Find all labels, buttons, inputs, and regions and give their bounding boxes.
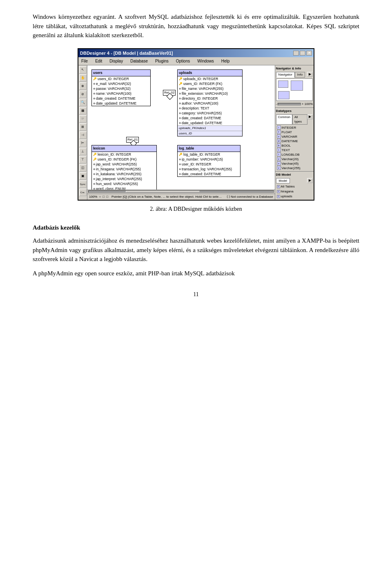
tab-info[interactable]: Info bbox=[295, 72, 305, 78]
tab-alltypes[interactable]: All types bbox=[292, 114, 307, 125]
navigator-tabs: Navigator Info ▶ bbox=[276, 72, 313, 78]
table-uploads-row-7: ◆description: TEXT bbox=[178, 106, 242, 111]
dt-varchar255-icon: v bbox=[277, 166, 281, 170]
tab-model[interactable]: Model bbox=[276, 178, 290, 183]
field-icon: ◆ bbox=[179, 116, 181, 121]
menu-display[interactable]: Display bbox=[108, 58, 124, 65]
dt-varchar45-icon: v bbox=[277, 161, 281, 165]
datatypes-tabs: Common All types ▶ bbox=[276, 114, 313, 125]
field-icon: ◆ bbox=[179, 106, 181, 111]
maximize-btn[interactable]: □ bbox=[300, 51, 305, 56]
table-lexicon-row-6: ◆jap_interpret: VARCHAR(255) bbox=[92, 176, 156, 181]
field-icon: ◆ bbox=[179, 172, 181, 176]
table-log-row-1: 🔑log_table_ID: INTEGER bbox=[178, 152, 240, 157]
tool-hand[interactable]: ✋ bbox=[79, 74, 87, 82]
table-uploads-row-5: ◆directory_ID: INTEGER bbox=[178, 96, 242, 101]
fk-icon: 🔑 bbox=[179, 81, 183, 86]
table-uploads-index1: uploads_FKIndex1 bbox=[178, 125, 242, 131]
figure-container: DBDesigner 4 - [DB Model | dataBaseVer01… bbox=[33, 48, 359, 213]
body-paragraph-1: Adatbázisunk adminisztrációjához és mene… bbox=[33, 236, 359, 264]
table-uploads-row-10: ◆date_updated: DATETIME bbox=[178, 121, 242, 125]
menu-help[interactable]: Help bbox=[220, 58, 231, 65]
table-log-row-4: ◆transaction_log: VARCHAR(255) bbox=[178, 167, 240, 172]
minimize-btn[interactable]: _ bbox=[293, 51, 299, 56]
table-uploads-row-6: ◆author: VARCHAR(100) bbox=[178, 101, 242, 106]
tool-add[interactable]: ⊕ bbox=[79, 83, 87, 90]
table-lexicon-row-8: ◆word_class: ENUM bbox=[92, 186, 156, 190]
field-icon: ◆ bbox=[93, 96, 95, 101]
tab-common[interactable]: Common bbox=[276, 114, 292, 125]
zoom-minus[interactable]: - bbox=[276, 102, 277, 107]
tool-pan[interactable]: ☞ bbox=[79, 115, 87, 123]
model-table-icon: T bbox=[277, 185, 280, 188]
tool-r2[interactable]: ⊢ bbox=[79, 140, 87, 147]
model-uploads-icon: T bbox=[277, 195, 280, 198]
field-icon: ◆ bbox=[93, 162, 95, 167]
close-btn[interactable]: ✕ bbox=[306, 51, 312, 56]
model-expand-btn[interactable]: ▶ bbox=[307, 178, 313, 183]
pk-icon: 🔑 bbox=[179, 152, 183, 157]
main-area: ↖ ✋ ⊕ ⊘ 🔍 ▦ ☞ ⊞ ⊣ ⊢ ⊥ ⊤ ◫ ▣ Sync Cre. bbox=[78, 65, 314, 200]
zoom-bar: - + 100% bbox=[276, 102, 313, 107]
dt-bool-icon: b bbox=[277, 143, 281, 147]
tool-zoom[interactable]: 🔍 bbox=[79, 99, 87, 106]
nav-mini-uploads bbox=[291, 80, 303, 91]
status-icon-2: □ bbox=[102, 194, 105, 199]
nav-mini-users bbox=[278, 80, 288, 88]
dt-expand-btn[interactable]: ▶ bbox=[307, 114, 313, 119]
menu-database[interactable]: Database bbox=[129, 58, 149, 65]
right-panel: Navigator & Info Navigator Info ▶ - bbox=[275, 65, 314, 200]
dt-float-icon: f bbox=[277, 130, 281, 134]
menu-plugins[interactable]: Plugins bbox=[154, 58, 170, 65]
navigator-title: Navigator & Info bbox=[276, 66, 313, 71]
dt-datetime: dDATETIME bbox=[276, 139, 313, 143]
tool-r4[interactable]: ⊤ bbox=[79, 156, 87, 163]
figure-caption: 2. ábra: A DBDesigner működés közben bbox=[33, 205, 359, 213]
nav-mini-lexicon bbox=[278, 91, 290, 99]
menu-edit[interactable]: Edit bbox=[94, 58, 103, 65]
section-heading: Adatbázis kezelők bbox=[33, 223, 359, 232]
tool-link[interactable]: ⊘ bbox=[79, 91, 87, 98]
zoom-plus[interactable]: + bbox=[302, 102, 304, 107]
tool-r3[interactable]: ⊥ bbox=[79, 148, 87, 155]
tool-r6[interactable]: ▣ bbox=[79, 172, 87, 180]
nav-expand-btn[interactable]: ▶ bbox=[307, 72, 313, 77]
table-uploads-row-9: ◆date_created: DATETIME bbox=[178, 116, 242, 121]
tool-grid[interactable]: ▦ bbox=[79, 107, 87, 114]
tool-pointer[interactable]: ↖ bbox=[79, 66, 87, 74]
table-users-row-2: ◆e_mail: VARCHAR(32) bbox=[92, 81, 150, 86]
field-icon: ◆ bbox=[179, 101, 181, 106]
datatypes-title: Datatypes bbox=[276, 109, 313, 114]
status-message: Pointer [Q] (Click on a Table, Note, ...… bbox=[111, 194, 223, 199]
tool-sync[interactable]: Sync bbox=[79, 181, 87, 188]
dt-varchar45: vVarchar(45) bbox=[276, 161, 313, 166]
tool-r1[interactable]: ⊣ bbox=[79, 132, 87, 139]
menu-options[interactable]: Options bbox=[175, 58, 191, 65]
table-lexicon-row-1: 🔑lexicon_ID: INTEGER bbox=[92, 152, 156, 157]
table-uploads-row-8: ◆category: VARCHAR(255) bbox=[178, 111, 242, 116]
zoom-value: 100% bbox=[305, 102, 313, 107]
table-users-header: users bbox=[92, 70, 150, 76]
status-bar-left: 100% ○ □ □ bbox=[89, 194, 108, 199]
canvas-area[interactable]: users 🔑users_ID: INTEGER ◆e_mail: VARCHA… bbox=[87, 65, 275, 190]
tool-cre[interactable]: Cre. bbox=[79, 189, 87, 196]
zoom-slider[interactable] bbox=[278, 103, 301, 105]
dt-datetime-icon: d bbox=[277, 139, 281, 143]
status-icon-1: ○ bbox=[99, 194, 101, 199]
menu-windows[interactable]: Windows bbox=[196, 58, 215, 65]
horizontal-scrollbar[interactable] bbox=[87, 190, 275, 194]
tab-navigator[interactable]: Navigator bbox=[276, 72, 295, 78]
menu-file[interactable]: File bbox=[80, 58, 89, 65]
table-users-row-3: ◆passw: VARCHAR(32) bbox=[92, 86, 150, 91]
table-users-row-4: ◆name: VARCHAR(100) bbox=[92, 91, 150, 96]
table-lexicon-row-3: ◆jap_word: VARCHAR(255) bbox=[92, 162, 156, 167]
dt-varchar: vVARCHAR bbox=[276, 134, 313, 139]
field-icon: ◆ bbox=[93, 181, 95, 186]
field-icon: ◆ bbox=[179, 157, 181, 162]
canvas-inner: users 🔑users_ID: INTEGER ◆e_mail: VARCHA… bbox=[87, 65, 275, 190]
tool-search[interactable]: ⊞ bbox=[79, 123, 87, 131]
dbmodel-tabs: Model ▶ bbox=[276, 178, 313, 183]
paragraph-1: Windows környezethez egyaránt. A szoftve… bbox=[33, 12, 359, 40]
title-bar-buttons: _ □ ✕ bbox=[293, 51, 312, 56]
tool-r5[interactable]: ◫ bbox=[79, 164, 87, 172]
